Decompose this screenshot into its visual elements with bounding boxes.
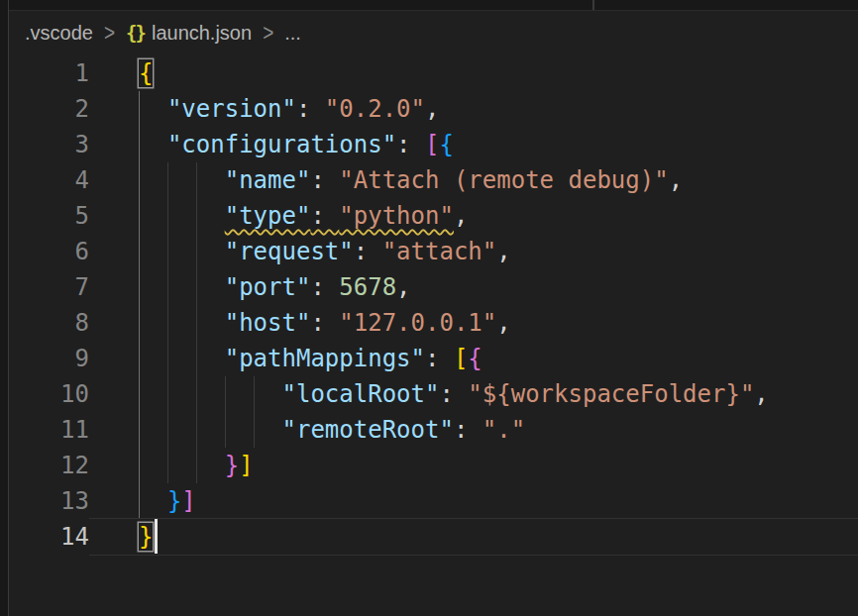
token-pun: : [296, 95, 325, 123]
code-line-content: { [89, 55, 858, 91]
line-number[interactable]: 10 [9, 376, 89, 412]
line-number[interactable]: 7 [9, 269, 89, 305]
token-pun: : [310, 202, 339, 230]
code-line[interactable]: 5 "type": "python", [9, 198, 858, 234]
indent-guide [139, 412, 140, 448]
bracket-match: { [139, 59, 153, 87]
token-b3: } [167, 487, 181, 515]
token-str: "." [483, 416, 525, 444]
code-line[interactable]: 11 "remoteRoot": "." [9, 412, 858, 448]
code-line[interactable]: 9 "pathMappings": [{ [9, 341, 858, 376]
chevron-right-icon: > [104, 19, 115, 47]
code-line[interactable]: 14} [9, 519, 858, 555]
breadcrumb: .vscode > {} launch.json > ... [9, 11, 858, 54]
indent-guide [139, 198, 140, 234]
indent-guide [139, 448, 140, 483]
code-editor[interactable]: 1{2 "version": "0.2.0",3 "configurations… [9, 55, 858, 616]
warning-squiggle: "type": "python" [225, 202, 454, 230]
code-line-content: "pathMappings": [{ [89, 341, 858, 376]
token-pun: : [439, 380, 468, 408]
token-pun: : [454, 416, 483, 444]
line-number[interactable]: 5 [9, 198, 89, 234]
code-line[interactable]: 10 "localRoot": "${workspaceFolder}", [9, 376, 858, 412]
code-line[interactable]: 2 "version": "0.2.0", [9, 91, 858, 127]
indent-guide [167, 412, 168, 448]
indent-guide [167, 305, 168, 341]
token-str: "attach" [382, 238, 497, 265]
token-pun: : [425, 345, 454, 372]
tab-bar-edge [9, 0, 858, 11]
indent-guide [139, 376, 140, 412]
code-line[interactable]: 3 "configurations": [{ [9, 127, 858, 162]
indent-guide [196, 376, 197, 412]
line-number[interactable]: 9 [9, 341, 89, 376]
breadcrumb-item-file[interactable]: {} launch.json [126, 22, 252, 45]
code-line-content: "request": "attach", [89, 234, 858, 269]
line-number[interactable]: 6 [9, 234, 89, 269]
code-line[interactable]: 13 }] [9, 483, 858, 519]
text-cursor [155, 519, 158, 554]
breadcrumb-item-folder[interactable]: .vscode [25, 22, 93, 45]
indent-guide [167, 162, 168, 198]
indent-guide [254, 412, 255, 448]
code-line[interactable]: 12 }] [9, 448, 858, 483]
indent-guide [196, 269, 197, 305]
code-line[interactable]: 6 "request": "attach", [9, 234, 858, 269]
token-pun: : [310, 273, 339, 301]
line-number[interactable]: 12 [9, 448, 89, 483]
line-number[interactable]: 4 [9, 162, 89, 198]
line-number[interactable]: 14 [9, 519, 89, 555]
indent-guide [139, 269, 140, 305]
token-str: "127.0.0.1" [339, 309, 496, 337]
token-b2: ] [181, 487, 195, 515]
tab-divider [592, 0, 594, 10]
indent-guide [196, 341, 197, 376]
token-b2: [ [425, 131, 439, 158]
code-line-content: }] [89, 483, 858, 519]
code-line[interactable]: 4 "name": "Attach (remote debug)", [9, 162, 858, 198]
indent-guide [196, 448, 197, 483]
indent-guide [167, 234, 168, 269]
indent-guide [254, 376, 255, 412]
code-line-content: "version": "0.2.0", [89, 91, 858, 127]
token-key: "version" [167, 95, 296, 123]
token-pun: : [310, 309, 339, 337]
indent-guide [167, 448, 168, 483]
code-line-content: "name": "Attach (remote debug)", [89, 162, 858, 198]
code-lines: 1{2 "version": "0.2.0",3 "configurations… [9, 55, 858, 555]
code-line-content: "port": 5678, [89, 269, 858, 305]
indent-guide [167, 269, 168, 305]
token-key: "request" [225, 238, 354, 265]
token-str: "Attach (remote debug)" [339, 166, 668, 194]
token-str: "python" [339, 202, 454, 230]
line-number[interactable]: 13 [9, 483, 89, 519]
line-number[interactable]: 11 [9, 412, 89, 448]
token-b1: ] [239, 452, 253, 479]
line-number[interactable]: 8 [9, 305, 89, 341]
code-line[interactable]: 8 "host": "127.0.0.1", [9, 305, 858, 341]
line-number[interactable]: 2 [9, 91, 89, 127]
token-pun: : [310, 166, 339, 194]
indent-guide [196, 412, 197, 448]
breadcrumb-symbol-placeholder[interactable]: ... [284, 22, 301, 45]
token-key: "name" [225, 166, 311, 194]
line-number[interactable]: 3 [9, 127, 89, 162]
token-num: 5678 [339, 273, 396, 301]
indent-guide [167, 341, 168, 376]
token-pun: , [454, 202, 468, 230]
token-pun: , [754, 380, 768, 408]
indent-guide [196, 162, 197, 198]
indent-guide [139, 305, 140, 341]
code-line-content: "host": "127.0.0.1", [89, 305, 858, 341]
code-line-content: "localRoot": "${workspaceFolder}", [89, 376, 858, 412]
code-line[interactable]: 7 "port": 5678, [9, 269, 858, 305]
token-key: "type" [225, 202, 311, 230]
code-line[interactable]: 1{ [9, 55, 858, 91]
indent-guide [196, 198, 197, 234]
line-number[interactable]: 1 [9, 55, 89, 91]
token-key: "host" [225, 309, 311, 337]
token-pun: : [396, 131, 425, 158]
code-line-content: "configurations": [{ [89, 127, 858, 162]
code-line-content: }] [89, 448, 858, 483]
chevron-right-icon: > [263, 19, 273, 47]
